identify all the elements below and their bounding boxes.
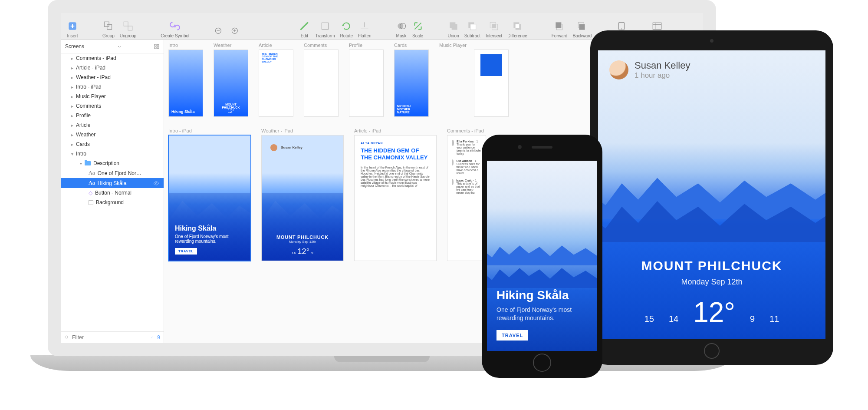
temperature-row: 15 14 12° 9 11 xyxy=(598,296,825,328)
group-button[interactable]: Group xyxy=(102,16,115,38)
artboard-label[interactable]: Comments xyxy=(304,43,339,48)
layer-row[interactable]: Weather xyxy=(61,130,164,139)
artboard-label[interactable]: Intro - iPad xyxy=(168,128,251,133)
layer-group-intro[interactable]: Intro xyxy=(61,149,164,159)
artboard-thumb[interactable]: THE HIDDENGEM OF THECHAMONIXVALLEY xyxy=(259,50,293,117)
layer-row[interactable]: Comments xyxy=(61,101,164,111)
iphone-screen: Hiking Skåla One of Fjord Norway's most … xyxy=(487,161,597,351)
rotate-button[interactable]: Rotate xyxy=(340,16,353,38)
artboard-label[interactable]: Profile xyxy=(349,43,384,48)
artboard-thumb[interactable] xyxy=(349,50,384,117)
artboard-weather-ipad[interactable]: Susan Kelley MOUNT PHILCHUCK Monday Sep … xyxy=(261,135,344,261)
svg-point-31 xyxy=(155,182,157,184)
svg-rect-7 xyxy=(322,23,328,29)
subtract-button[interactable]: Subtract xyxy=(464,16,480,38)
artboard-label[interactable]: Weather - iPad xyxy=(261,128,344,133)
difference-button[interactable]: Difference xyxy=(507,16,527,38)
location-label: MOUNT PHILCHUCK xyxy=(598,258,825,273)
comment-item: Ella Perkins · 1Thank you for your patie… xyxy=(452,140,481,155)
svg-rect-3 xyxy=(124,22,128,26)
travel-chip[interactable]: TRAVEL xyxy=(496,330,528,341)
filter-input[interactable] xyxy=(72,334,147,341)
svg-rect-29 xyxy=(155,47,156,49)
intro-title: Hiking Skåla xyxy=(175,225,244,232)
svg-rect-19 xyxy=(516,24,519,28)
artboard-thumb[interactable]: Hiking Skåla xyxy=(168,50,203,117)
layer-row[interactable]: Article xyxy=(61,120,164,130)
home-button[interactable] xyxy=(704,343,720,359)
location-label: MOUNT PHILCHUCK xyxy=(262,235,343,240)
artboard-thumb[interactable] xyxy=(304,50,339,117)
svg-rect-16 xyxy=(492,24,496,28)
artboard-thumb[interactable]: MY IRISHMOTHERNATURE xyxy=(394,50,429,117)
svg-rect-1 xyxy=(104,22,109,26)
layer-row[interactable]: Cards xyxy=(61,139,164,149)
layer-row[interactable]: ◇Button - Normal xyxy=(61,188,164,198)
scale-button[interactable]: Scale xyxy=(412,16,424,38)
artboard-comments-ipad[interactable]: Ella Perkins · 1Thank you for your patie… xyxy=(447,135,486,261)
intro-subtitle: One of Fjord Norway's most rewarding mou… xyxy=(175,234,244,244)
artboard-article-ipad[interactable]: ALTA BRYAN THE HIDDEN GEM OF THE CHAMONI… xyxy=(354,135,437,261)
layer-row[interactable]: AaOne of Fjord Nor… xyxy=(61,168,164,178)
layer-list[interactable]: Comments - iPadArticle - iPadWeather - i… xyxy=(61,53,164,331)
mask-button[interactable]: Mask xyxy=(396,16,407,38)
artboard-thumb[interactable]: MOUNT PHILCHUCK12° xyxy=(214,50,248,117)
folder-icon xyxy=(85,161,91,165)
svg-rect-26 xyxy=(653,23,662,29)
avatar xyxy=(609,60,628,79)
transform-button[interactable]: Transform xyxy=(315,16,335,38)
insert-button[interactable]: Insert xyxy=(67,16,78,38)
artboard-label[interactable]: Intro xyxy=(168,43,203,48)
layer-row[interactable]: Weather - iPad xyxy=(61,73,164,82)
ipad-device: Susan Kelley 1 hour ago MOUNT PHILCHUCK … xyxy=(590,30,833,365)
svg-rect-21 xyxy=(556,22,561,28)
artboard-overview-icon[interactable] xyxy=(154,44,159,49)
date-label: Monday Sep 12th xyxy=(262,240,343,244)
ungroup-button[interactable]: Ungroup xyxy=(120,16,136,38)
artboard-thumb[interactable] xyxy=(474,50,509,117)
link-icon[interactable] xyxy=(149,335,155,340)
backward-button[interactable]: Backward xyxy=(572,16,592,38)
article-body: In the heart of the French Alps, in the … xyxy=(361,166,430,187)
svg-rect-30 xyxy=(157,47,159,49)
temperature-row: 14 12° 9 xyxy=(262,247,343,256)
artboard-label[interactable]: Cards xyxy=(394,43,429,48)
artboard-intro-ipad[interactable]: Hiking Skåla One of Fjord Norway's most … xyxy=(168,135,251,261)
zoom-in-button[interactable] xyxy=(230,16,241,38)
home-button[interactable] xyxy=(533,354,551,372)
article-kicker: ALTA BRYAN xyxy=(361,142,430,145)
pages-dropdown[interactable]: Screens xyxy=(61,40,164,53)
artboard-label[interactable]: Article xyxy=(259,43,293,48)
page-count: 9 xyxy=(157,334,160,341)
svg-rect-13 xyxy=(470,24,476,30)
union-button[interactable]: Union xyxy=(448,16,459,38)
layer-row[interactable]: Comments - iPad xyxy=(61,53,164,63)
artboard-label[interactable]: Comments - iPad xyxy=(447,128,486,133)
svg-rect-2 xyxy=(107,25,112,30)
article-headline: THE HIDDEN GEM OF THE CHAMONIX VALLEY xyxy=(361,147,430,162)
layer-row[interactable]: Intro - iPad xyxy=(61,82,164,92)
layer-sidebar: Screens Comments - iPadArticle - iPadWea… xyxy=(61,40,164,343)
layer-row[interactable]: Profile xyxy=(61,111,164,120)
artboard-label[interactable]: Weather xyxy=(214,43,248,48)
artboard-label[interactable]: Music Player xyxy=(439,43,509,48)
visibility-icon[interactable] xyxy=(153,180,159,186)
camera-icon xyxy=(710,39,713,43)
layer-row[interactable]: AaHiking Skåla xyxy=(61,178,164,188)
post-time: 1 hour ago xyxy=(635,71,690,80)
layer-folder-description[interactable]: Description xyxy=(61,159,164,168)
zoom-out-button[interactable] xyxy=(214,16,225,38)
intersect-button[interactable]: Intersect xyxy=(486,16,502,38)
comment-item: Isaac Craig · 1This article is of paper … xyxy=(452,179,481,194)
svg-point-25 xyxy=(621,28,622,29)
forward-button[interactable]: Forward xyxy=(552,16,568,38)
artboard-label[interactable]: Article - iPad xyxy=(354,128,437,133)
layer-row[interactable]: Music Player xyxy=(61,92,164,101)
edit-button[interactable]: Edit xyxy=(299,16,310,38)
comment-item: Ola Allison · 1Success does for those wh… xyxy=(452,159,481,175)
travel-chip: TRAVEL xyxy=(175,248,197,255)
flatten-button[interactable]: Flatten xyxy=(358,16,372,38)
create-symbol-button[interactable]: Create Symbol xyxy=(161,16,189,38)
layer-row[interactable]: Article - iPad xyxy=(61,63,164,73)
layer-row[interactable]: Background xyxy=(61,198,164,207)
